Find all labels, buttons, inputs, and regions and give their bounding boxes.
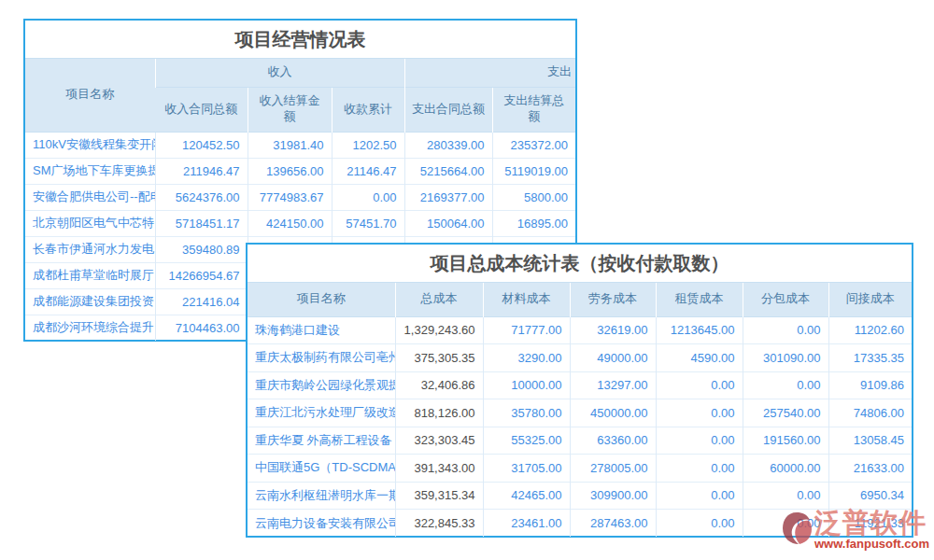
value-cell: 0.00 bbox=[656, 482, 743, 510]
value-cell: 74806.00 bbox=[828, 399, 912, 427]
value-cell: 120452.50 bbox=[155, 132, 248, 158]
value-cell: 424150.00 bbox=[248, 210, 332, 236]
value-cell: 63360.00 bbox=[570, 427, 656, 455]
col-header-income-settlement: 收入结算金额 bbox=[248, 87, 332, 132]
col-group-expense: 支出 bbox=[404, 59, 575, 87]
col-header-expense-contract-total: 支出合同总额 bbox=[404, 87, 492, 132]
value-cell: 55325.00 bbox=[483, 427, 570, 455]
value-cell: 7774983.67 bbox=[248, 184, 332, 210]
value-cell: 150064.00 bbox=[404, 210, 492, 236]
value-cell: 280339.00 bbox=[404, 132, 492, 158]
value-cell: 0.00 bbox=[656, 455, 743, 483]
col-header-income-contract-total: 收入合同总额 bbox=[155, 87, 248, 132]
project-name-cell: 珠海鹤港口建设 bbox=[248, 316, 395, 344]
value-cell: 21633.00 bbox=[828, 455, 912, 483]
value-cell: 6950.34 bbox=[828, 482, 912, 510]
value-cell: 1213645.00 bbox=[656, 316, 743, 344]
table-row: 重庆市鹅岭公园绿化景观提升32,406.8610000.0013297.000.… bbox=[248, 371, 912, 399]
value-cell: 1202.50 bbox=[332, 132, 404, 158]
table-row: 重庆江北污水处理厂级改造818,126.0035780.00450000.000… bbox=[248, 399, 912, 427]
cost-table-body: 珠海鹤港口建设1,329,243.6071777.0032619.0012136… bbox=[248, 316, 912, 537]
value-cell: 301090.00 bbox=[743, 344, 828, 372]
value-cell: 32619.00 bbox=[570, 316, 656, 344]
value-cell: 5119019.00 bbox=[492, 158, 575, 184]
project-name-cell: 成都能源建设集团投资 bbox=[25, 288, 155, 315]
col-header-material-cost: 材料成本 bbox=[483, 283, 570, 316]
value-cell: 35780.00 bbox=[483, 399, 570, 427]
value-cell: 287463.00 bbox=[570, 510, 656, 538]
value-cell: 139656.00 bbox=[248, 158, 332, 184]
col-header-receipts-accumulated: 收款累计 bbox=[332, 87, 404, 132]
value-cell: 5215664.00 bbox=[404, 158, 492, 184]
table-row: 珠海鹤港口建设1,329,243.6071777.0032619.0012136… bbox=[248, 316, 912, 344]
table-row: 北京朝阳区电气中芯特5718451.17424150.0057451.70150… bbox=[25, 210, 575, 236]
value-cell: 9109.86 bbox=[828, 371, 912, 399]
table-row: SM广场地下车库更换提升211946.47139656.0021146.4752… bbox=[25, 158, 575, 184]
watermark-url-text: www.fanpusoft.com bbox=[814, 538, 929, 551]
value-cell: 31981.40 bbox=[248, 132, 332, 158]
project-cost-panel: 项目总成本统计表（按收付款取数） 项目名称 总成本 材料成本 劳务成本 租赁成本… bbox=[246, 243, 913, 538]
value-cell: 49000.00 bbox=[570, 344, 656, 372]
project-name-cell: SM广场地下车库更换提升 bbox=[25, 158, 155, 184]
project-name-cell: 北京朝阳区电气中芯特 bbox=[25, 210, 155, 236]
value-cell: 5718451.17 bbox=[155, 210, 248, 236]
col-header-labor-cost: 劳务成本 bbox=[570, 283, 656, 316]
value-cell: 257540.00 bbox=[743, 399, 828, 427]
table-row: 云南水利枢纽潜明水库一期359,315.3442465.00309900.000… bbox=[248, 482, 912, 510]
value-cell: 359480.89 bbox=[155, 236, 248, 262]
value-cell: 278005.00 bbox=[570, 455, 656, 483]
table-row: 安徽合肥供电公司--配电5624376.007774983.670.002169… bbox=[25, 184, 575, 210]
value-cell: 14266954.67 bbox=[155, 262, 248, 288]
value-cell: 391,343.00 bbox=[395, 455, 483, 483]
value-cell: 0.00 bbox=[743, 371, 828, 399]
value-cell: 31705.00 bbox=[483, 455, 570, 483]
value-cell: 11921.33 bbox=[828, 510, 912, 538]
cost-table: 项目名称 总成本 材料成本 劳务成本 租赁成本 分包成本 间接成本 珠海鹤港口建… bbox=[248, 283, 912, 537]
value-cell: 1,329,243.60 bbox=[395, 316, 483, 344]
value-cell: 5800.00 bbox=[492, 184, 575, 210]
value-cell: 60000.00 bbox=[743, 455, 828, 483]
value-cell: 0.00 bbox=[743, 510, 828, 538]
value-cell: 322,845.33 bbox=[395, 510, 483, 538]
value-cell: 0.00 bbox=[656, 510, 743, 538]
table-row: 110kV安徽线程集变开闭120452.5031981.401202.50280… bbox=[25, 132, 575, 158]
project-name-cell: 中国联通5G（TD-SCDMA） bbox=[248, 455, 395, 483]
value-cell: 0.00 bbox=[656, 399, 743, 427]
col-header-indirect-cost: 间接成本 bbox=[828, 283, 912, 316]
col-header-project-name: 项目名称 bbox=[25, 59, 155, 132]
value-cell: 21146.47 bbox=[332, 158, 404, 184]
col-header-expense-settlement-total: 支出结算总额 bbox=[492, 87, 575, 132]
project-name-cell: 110kV安徽线程集变开闭 bbox=[25, 132, 155, 158]
project-name-cell: 长春市伊通河水力发电 bbox=[25, 236, 155, 262]
value-cell: 191560.00 bbox=[743, 427, 828, 455]
value-cell: 57451.70 bbox=[332, 210, 404, 236]
project-name-cell: 成都沙河环境综合提升 bbox=[25, 315, 155, 341]
value-cell: 3290.00 bbox=[483, 344, 570, 372]
project-name-cell: 重庆市鹅岭公园绿化景观提升 bbox=[248, 371, 395, 399]
col-header-project-name: 项目名称 bbox=[248, 283, 395, 316]
table-row: 重庆华夏 外高桥工程设备323,303.4555325.0063360.000.… bbox=[248, 427, 912, 455]
col-header-subcontract-cost: 分包成本 bbox=[743, 283, 828, 316]
project-name-cell: 安徽合肥供电公司--配电 bbox=[25, 184, 155, 210]
project-name-cell: 重庆江北污水处理厂级改造 bbox=[248, 399, 395, 427]
value-cell: 42465.00 bbox=[483, 482, 570, 510]
value-cell: 0.00 bbox=[656, 371, 743, 399]
col-header-rental-cost: 租赁成本 bbox=[656, 283, 743, 316]
value-cell: 2169377.00 bbox=[404, 184, 492, 210]
project-name-cell: 云南水利枢纽潜明水库一期 bbox=[248, 482, 395, 510]
value-cell: 309900.00 bbox=[570, 482, 656, 510]
value-cell: 16895.00 bbox=[492, 210, 575, 236]
value-cell: 0.00 bbox=[743, 482, 828, 510]
value-cell: 11202.60 bbox=[828, 316, 912, 344]
value-cell: 13297.00 bbox=[570, 371, 656, 399]
table-row: 重庆太极制药有限公司亳州375,305.353290.0049000.00459… bbox=[248, 344, 912, 372]
cost-table-title: 项目总成本统计表（按收付款取数） bbox=[248, 245, 912, 283]
value-cell: 32,406.86 bbox=[395, 371, 483, 399]
operation-table-title: 项目经营情况表 bbox=[25, 21, 575, 59]
value-cell: 71777.00 bbox=[483, 316, 570, 344]
value-cell: 221416.04 bbox=[155, 288, 248, 315]
value-cell: 818,126.00 bbox=[395, 399, 483, 427]
value-cell: 450000.00 bbox=[570, 399, 656, 427]
value-cell: 375,305.35 bbox=[395, 344, 483, 372]
value-cell: 235372.00 bbox=[492, 132, 575, 158]
